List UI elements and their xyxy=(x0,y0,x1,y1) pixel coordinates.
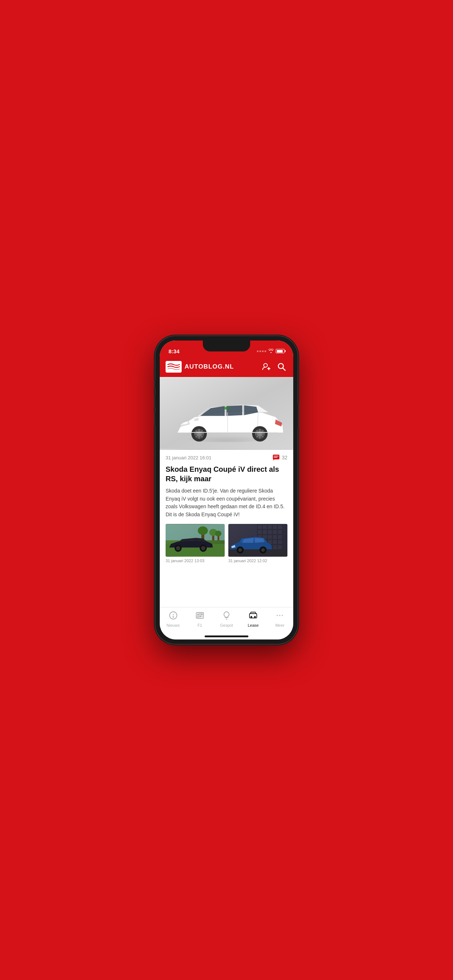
signal-dot-2 xyxy=(259,350,261,352)
tab-f1[interactable]: F1 xyxy=(187,610,213,628)
gespot-icon xyxy=(222,611,231,622)
svg-rect-88 xyxy=(199,616,201,617)
meer-icon xyxy=(275,611,284,622)
search-button[interactable] xyxy=(276,361,287,372)
tab-bar: Nieuws F1 xyxy=(160,607,293,634)
comment-count: 32 xyxy=(282,455,287,460)
svg-rect-85 xyxy=(197,614,199,615)
tab-f1-label: F1 xyxy=(197,623,202,627)
svg-rect-28 xyxy=(273,455,279,460)
power-button xyxy=(298,404,299,428)
content-area: 31 januari 2022 16:01 32 Skoda Enyaq Cou… xyxy=(160,377,293,607)
signal-dot-4 xyxy=(265,350,266,352)
tab-nieuws-label: Nieuws xyxy=(167,623,180,627)
svg-rect-50 xyxy=(278,525,282,530)
tab-lease[interactable]: Lease xyxy=(240,610,266,628)
thumbnail-image-1 xyxy=(166,524,225,557)
svg-point-83 xyxy=(173,617,174,617)
thumbnail-item-2[interactable]: 31 januari 2022 12:02 xyxy=(228,524,287,563)
signal-dot-3 xyxy=(262,350,264,352)
thumbnail-row: 31 januari 2022 13:03 xyxy=(160,524,293,567)
add-user-button[interactable] xyxy=(260,361,273,372)
svg-point-1 xyxy=(264,363,267,367)
svg-rect-58 xyxy=(268,535,272,539)
tab-lease-label: Lease xyxy=(248,623,258,627)
logo-container: AUTOBLOG.NL xyxy=(166,361,234,372)
volume-up-button xyxy=(154,395,155,407)
battery-icon xyxy=(276,349,284,353)
volume-down-button xyxy=(154,413,155,426)
thumbnail-date-2: 31 januari 2022 12:02 xyxy=(228,558,287,563)
thumb-car-2-svg xyxy=(228,524,287,557)
svg-point-41 xyxy=(176,546,180,550)
home-bar xyxy=(205,635,248,637)
signal-dot-1 xyxy=(257,350,258,352)
logo-text: AUTOBLOG.NL xyxy=(185,363,234,371)
thumbnail-date-1: 31 januari 2022 13:03 xyxy=(166,558,225,563)
svg-point-92 xyxy=(251,617,252,617)
thumb-car-1-svg xyxy=(166,524,225,557)
tab-meer-label: Meer xyxy=(275,623,284,627)
svg-rect-89 xyxy=(202,614,203,615)
article-date: 31 januari 2022 16:01 xyxy=(166,455,212,460)
thumbnail-image-2 xyxy=(228,524,287,557)
svg-rect-49 xyxy=(273,525,277,530)
f1-icon xyxy=(196,611,204,622)
svg-point-35 xyxy=(198,526,207,535)
status-time: 8:34 xyxy=(169,348,179,355)
svg-rect-55 xyxy=(278,530,282,534)
phone-notch xyxy=(203,340,250,352)
thumbnail-item-1[interactable]: 31 januari 2022 13:03 xyxy=(166,524,225,563)
svg-point-94 xyxy=(277,615,278,616)
svg-point-78 xyxy=(238,548,242,552)
tab-nieuws[interactable]: Nieuws xyxy=(160,610,187,628)
tab-meer[interactable]: Meer xyxy=(266,610,293,628)
svg-rect-64 xyxy=(273,540,277,544)
svg-point-80 xyxy=(261,548,265,552)
svg-rect-90 xyxy=(202,616,203,617)
svg-rect-48 xyxy=(268,525,272,530)
signal-dots xyxy=(257,350,266,352)
home-indicator xyxy=(160,634,293,640)
svg-rect-47 xyxy=(263,525,267,530)
hero-image xyxy=(160,377,293,450)
svg-rect-27 xyxy=(225,407,229,410)
tab-gespot-label: Gespot xyxy=(220,623,233,627)
wifi-icon xyxy=(268,348,274,354)
nieuws-icon xyxy=(169,611,178,622)
svg-rect-70 xyxy=(278,545,282,549)
svg-point-95 xyxy=(279,615,281,616)
lease-icon xyxy=(249,611,257,622)
phone-frame: 8:34 xyxy=(155,336,298,644)
phone-screen: 8:34 xyxy=(160,340,293,640)
article-title: Skoda Enyaq Coupé iV direct als RS, kijk… xyxy=(160,462,293,487)
svg-point-96 xyxy=(282,615,283,616)
svg-rect-65 xyxy=(278,540,282,544)
autoblog-logo-icon xyxy=(166,361,182,372)
status-icons xyxy=(257,348,284,354)
svg-rect-53 xyxy=(268,530,272,534)
article-meta: 31 januari 2022 16:01 32 xyxy=(160,450,293,462)
mute-button xyxy=(154,380,155,390)
svg-rect-46 xyxy=(258,525,262,530)
comment-badge: 32 xyxy=(273,454,287,461)
svg-rect-59 xyxy=(273,535,277,539)
article-excerpt: Skoda doet een ID.5'je. Van de reguliere… xyxy=(160,487,293,524)
svg-rect-86 xyxy=(199,614,201,615)
svg-line-3 xyxy=(283,368,285,371)
app-header: AUTOBLOG.NL xyxy=(160,358,293,377)
comment-icon xyxy=(273,454,280,461)
svg-rect-60 xyxy=(278,535,282,539)
svg-rect-52 xyxy=(263,530,267,534)
svg-rect-69 xyxy=(273,545,277,549)
tab-gespot[interactable]: Gespot xyxy=(213,610,239,628)
svg-rect-51 xyxy=(258,530,262,534)
svg-point-93 xyxy=(255,617,256,617)
svg-rect-87 xyxy=(197,616,199,617)
hero-car-illustration xyxy=(160,377,293,450)
svg-point-43 xyxy=(201,546,205,550)
svg-point-39 xyxy=(215,530,222,536)
svg-rect-54 xyxy=(273,530,277,534)
battery-fill xyxy=(277,350,283,353)
